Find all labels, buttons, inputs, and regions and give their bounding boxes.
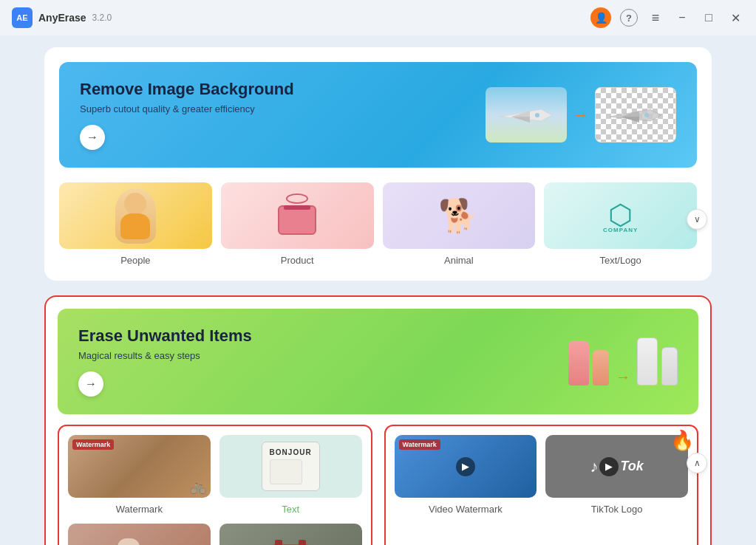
people-erase-thumbnail bbox=[68, 524, 211, 545]
erase-items-layout: Watermark 🚲 Watermark BONJOUR Text bbox=[58, 425, 698, 545]
play-icon: ▶ bbox=[456, 457, 475, 476]
remove-bg-card: Remove Image Background Superb cutout qu… bbox=[44, 47, 712, 281]
remove-bg-banner: Remove Image Background Superb cutout qu… bbox=[59, 62, 697, 168]
people-thumbnail bbox=[59, 182, 212, 249]
app-icon: AE bbox=[12, 7, 33, 28]
arrow-icon: → bbox=[573, 106, 589, 125]
plane-original bbox=[486, 87, 567, 143]
chevron-down-button[interactable]: ∨ bbox=[687, 209, 707, 230]
app-name: AnyErase bbox=[38, 12, 86, 24]
erase-object[interactable]: Object bbox=[219, 524, 362, 545]
watermark-thumbnail: Watermark 🚲 bbox=[68, 435, 211, 498]
category-textlogo[interactable]: ⬡ COMPANY Text/Logo bbox=[544, 182, 697, 266]
category-product[interactable]: Product bbox=[221, 182, 374, 266]
erase-text[interactable]: BONJOUR Text bbox=[219, 435, 362, 515]
banner1-subtitle: Superb cutout quality & greater efficien… bbox=[80, 103, 294, 114]
watermark-badge: Watermark bbox=[72, 439, 114, 450]
erase-tiktok[interactable]: 🔥 ♪ ▶ Tok TikTok Logo bbox=[545, 435, 688, 545]
video-watermark-thumbnail: Watermark ▶ bbox=[395, 435, 537, 498]
plane-result bbox=[595, 87, 676, 143]
category-people[interactable]: People bbox=[59, 182, 212, 266]
titlebar: AE AnyErase 3.2.0 👤 ? ≡ − □ ✕ bbox=[0, 0, 756, 35]
tiktok-thumbnail: 🔥 ♪ ▶ Tok bbox=[545, 435, 688, 498]
app-version: 3.2.0 bbox=[92, 13, 112, 23]
bike-icon: 🚲 bbox=[190, 479, 206, 495]
titlebar-right: 👤 ? ≡ − □ ✕ bbox=[590, 7, 744, 28]
close-button[interactable]: ✕ bbox=[726, 9, 744, 27]
help-button[interactable]: ? bbox=[620, 9, 638, 27]
svg-point-0 bbox=[535, 113, 539, 117]
erase-left-grid: Watermark 🚲 Watermark BONJOUR Text bbox=[58, 425, 372, 545]
text-thumbnail: BONJOUR bbox=[219, 435, 362, 498]
textlogo-thumbnail: ⬡ COMPANY bbox=[544, 182, 697, 249]
banner1-image: → bbox=[486, 87, 676, 143]
people-label: People bbox=[120, 255, 150, 266]
text-label: Text bbox=[282, 504, 299, 515]
minimize-button[interactable]: − bbox=[673, 9, 691, 27]
product-thumbnail bbox=[221, 182, 374, 249]
animal-thumbnail: 🐕 bbox=[383, 182, 536, 249]
banner2-text: Erase Unwanted Items Magical results & e… bbox=[78, 326, 252, 397]
titlebar-left: AE AnyErase 3.2.0 bbox=[12, 7, 112, 28]
avatar-icon[interactable]: 👤 bbox=[590, 7, 611, 28]
product-label: Product bbox=[281, 255, 314, 266]
banner1-text: Remove Image Background Superb cutout qu… bbox=[80, 80, 294, 150]
chevron-up-button[interactable]: ∧ bbox=[687, 453, 707, 473]
erase-people[interactable]: People bbox=[68, 524, 211, 545]
erase-watermark[interactable]: Watermark 🚲 Watermark bbox=[68, 435, 211, 515]
bonjour-bag: BONJOUR bbox=[262, 442, 320, 491]
watermark-label: Watermark bbox=[116, 504, 163, 515]
object-thumbnail bbox=[219, 524, 362, 545]
restore-button[interactable]: □ bbox=[700, 9, 718, 27]
menu-button[interactable]: ≡ bbox=[647, 9, 664, 27]
erase-section: Erase Unwanted Items Magical results & e… bbox=[44, 295, 712, 545]
tiktok-label: TikTok Logo bbox=[591, 504, 643, 515]
video-watermark-label: Video Watermark bbox=[429, 504, 503, 515]
erase-banner: Erase Unwanted Items Magical results & e… bbox=[58, 309, 698, 414]
banner1-title: Remove Image Background bbox=[80, 80, 294, 99]
banner2-subtitle: Magical results & easy steps bbox=[78, 350, 252, 361]
svg-point-1 bbox=[644, 113, 649, 117]
hot-badge-icon: 🔥 bbox=[670, 429, 694, 452]
category-animal[interactable]: 🐕 Animal bbox=[383, 182, 536, 266]
main-content: Remove Image Background Superb cutout qu… bbox=[0, 35, 756, 545]
banner1-arrow-button[interactable]: → bbox=[80, 125, 105, 150]
banner2-arrow-button[interactable]: → bbox=[78, 371, 103, 397]
video-wm-badge: Watermark bbox=[399, 439, 440, 450]
banner2-image: → bbox=[568, 337, 678, 385]
tiktok-logo-visual: ♪ ▶ Tok bbox=[590, 457, 643, 476]
erase-video-watermark[interactable]: Watermark ▶ Video Watermark bbox=[395, 435, 537, 545]
category-grid-1: People Product bbox=[59, 182, 697, 266]
banner2-title: Erase Unwanted Items bbox=[78, 326, 252, 346]
textlogo-label: Text/Logo bbox=[599, 255, 641, 266]
animal-label: Animal bbox=[444, 255, 474, 266]
erase-right-grid: Watermark ▶ Video Watermark 🔥 ♪ ▶ Tok bbox=[384, 425, 699, 545]
